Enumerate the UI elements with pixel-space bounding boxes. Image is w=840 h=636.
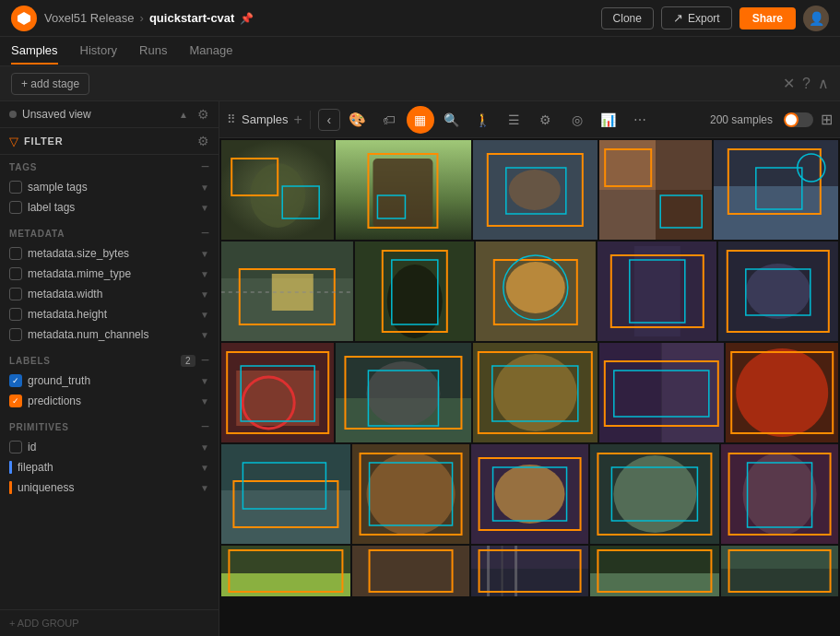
tag-button[interactable]: 🏷 (375, 106, 403, 134)
primitives-section-collapse[interactable]: − (201, 419, 209, 434)
add-stage-button[interactable]: + add stage (11, 73, 89, 95)
sample-image-14 (599, 343, 724, 442)
sidebar-item-num-channels[interactable]: metadata.num_channels ▼ (0, 324, 219, 345)
label-tags-label: label tags (28, 201, 195, 214)
grid-cell[interactable] (355, 241, 475, 341)
dataset-name[interactable]: quickstart-cvat (149, 11, 234, 25)
sidebar-item-id[interactable]: id ▼ (0, 437, 219, 457)
id-checkbox[interactable] (9, 441, 22, 453)
grid-cell[interactable] (336, 343, 471, 442)
grid-cell[interactable] (476, 241, 596, 341)
grid-cell[interactable] (221, 444, 350, 544)
chart-button[interactable]: 📊 (595, 106, 622, 134)
sidebar-item-height[interactable]: metadata.height ▼ (0, 304, 219, 324)
svg-marker-0 (18, 12, 30, 25)
grid-cell[interactable] (714, 140, 838, 240)
grid-layout-button[interactable]: ⊞ (821, 111, 833, 128)
svg-point-43 (746, 264, 810, 319)
search-button[interactable]: 🔍 (438, 106, 466, 134)
palette-button[interactable]: 🎨 (344, 106, 372, 134)
clone-button[interactable]: Clone (601, 7, 654, 29)
tags-section-collapse[interactable]: − (201, 159, 209, 174)
sidebar-item-label-tags[interactable]: label tags ▼ (0, 197, 219, 218)
tab-history[interactable]: History (80, 38, 117, 65)
size-bytes-checkbox[interactable] (9, 247, 22, 260)
svg-rect-15 (656, 140, 712, 190)
grid-cell[interactable] (221, 546, 350, 596)
grid-cell[interactable] (352, 444, 469, 544)
sample-image-3 (473, 140, 597, 240)
size-bytes-label: metadata.size_bytes (28, 247, 195, 260)
primitives-section-title: PRIMITIVES (9, 422, 201, 432)
settings-button[interactable]: ⚙ (532, 106, 560, 134)
height-checkbox[interactable] (9, 308, 22, 321)
project-name[interactable]: Voxel51 Release (44, 11, 135, 25)
num-channels-checkbox[interactable] (9, 328, 22, 341)
grid-cell[interactable] (599, 343, 724, 442)
grid-view-button[interactable]: ▦ (407, 106, 434, 134)
sidebar-item-filepath[interactable]: filepath ▼ (0, 457, 219, 477)
sample-image-10 (718, 241, 838, 341)
help-stage-button[interactable]: ? (802, 76, 810, 92)
tab-manage[interactable]: Manage (189, 38, 232, 65)
sample-image-11 (221, 343, 334, 442)
label-tags-checkbox[interactable] (9, 201, 22, 214)
grid-cell[interactable] (721, 546, 838, 596)
grid-cell[interactable] (590, 444, 719, 544)
grid-cell[interactable] (597, 241, 717, 341)
grid-cell[interactable] (471, 444, 588, 544)
svg-point-77 (494, 465, 564, 524)
label-tags-arrow: ▼ (200, 203, 209, 213)
grid-cell[interactable] (721, 444, 838, 544)
tab-runs[interactable]: Runs (139, 38, 167, 65)
clear-stage-button[interactable]: ✕ (783, 75, 795, 92)
sidebar-item-mime-type[interactable]: metadata.mime_type ▼ (0, 264, 219, 284)
toggle-switch[interactable] (784, 112, 813, 127)
sample-tags-checkbox[interactable] (9, 181, 22, 194)
sidebar-item-ground-truth[interactable]: ✓ ground_truth ▼ (0, 371, 219, 391)
sidebar-settings-icon[interactable]: ⚙ (197, 107, 209, 122)
grid-cell[interactable] (221, 343, 334, 442)
width-checkbox[interactable] (9, 288, 22, 300)
person-button[interactable]: 🚶 (469, 106, 497, 134)
grid-cell[interactable] (473, 140, 597, 240)
sidebar-item-size-bytes[interactable]: metadata.size_bytes ▼ (0, 243, 219, 264)
grid-cell[interactable] (471, 546, 588, 596)
grid-cell[interactable] (221, 241, 353, 341)
header-logo[interactable] (11, 6, 37, 31)
samples-tab-label[interactable]: Samples (242, 112, 289, 126)
svg-point-35 (506, 262, 565, 313)
share-button[interactable]: Share (739, 7, 796, 29)
grid-cell[interactable] (590, 546, 719, 596)
grid-cell[interactable] (473, 343, 597, 442)
openai-button[interactable]: ◎ (563, 106, 591, 134)
grid-cell[interactable] (221, 140, 334, 240)
grid-cell[interactable] (599, 140, 712, 240)
ground-truth-checkbox[interactable]: ✓ (9, 374, 22, 387)
tab-samples[interactable]: Samples (11, 38, 58, 65)
metadata-section-collapse[interactable]: − (201, 226, 209, 241)
export-button[interactable]: ↗ Export (661, 6, 732, 29)
sidebar-item-width[interactable]: metadata.width ▼ (0, 284, 219, 304)
nav-back-button[interactable]: ‹ (318, 109, 340, 131)
filter-settings-icon[interactable]: ⚙ (197, 134, 209, 148)
scatter-button[interactable]: ⋯ (626, 106, 654, 134)
labels-section-collapse[interactable]: − (201, 353, 209, 368)
sample-image-22 (352, 546, 469, 596)
grid-cell[interactable] (336, 140, 471, 240)
add-tab-button[interactable]: + (294, 112, 302, 128)
sidebar-item-sample-tags[interactable]: sample tags ▼ (0, 177, 219, 197)
add-group-button[interactable]: + ADD GROUP (0, 609, 219, 636)
sample-image-9 (597, 241, 717, 341)
grid-cell[interactable] (718, 241, 838, 341)
grid-cell[interactable] (352, 546, 469, 596)
predictions-checkbox[interactable]: ✓ (9, 395, 22, 407)
collapse-stage-button[interactable]: ∧ (818, 75, 829, 92)
avatar[interactable]: 👤 (803, 6, 829, 31)
mime-type-checkbox[interactable] (9, 267, 22, 280)
sidebar-item-predictions[interactable]: ✓ predictions ▼ (0, 391, 219, 411)
sample-image-23 (471, 546, 588, 596)
sidebar-item-uniqueness[interactable]: uniqueness ▼ (0, 477, 219, 498)
list-view-button[interactable]: ☰ (501, 106, 528, 134)
grid-cell[interactable] (726, 343, 838, 442)
